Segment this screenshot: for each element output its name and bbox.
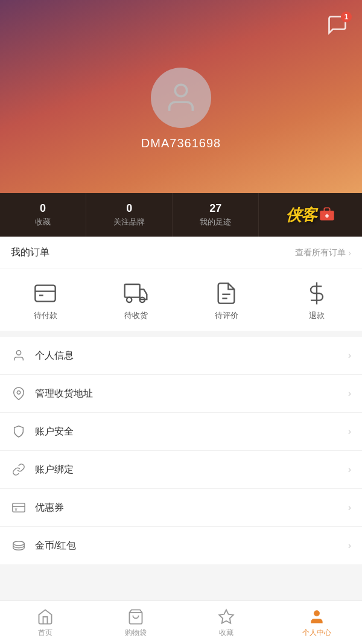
- menu-item-security[interactable]: 账户安全 ›: [0, 413, 362, 451]
- menu-label-address: 管理收货地址: [35, 387, 348, 400]
- svg-point-13: [16, 351, 21, 355]
- stat-brands-label: 关注品牌: [113, 217, 145, 228]
- orders-title: 我的订单: [11, 246, 49, 259]
- svg-point-21: [314, 610, 319, 616]
- svg-rect-7: [125, 284, 140, 298]
- coins-icon: [11, 538, 27, 553]
- svg-point-8: [127, 298, 132, 302]
- order-pending-review[interactable]: 待评价: [181, 281, 272, 321]
- stats-bar: 0 收藏 0 关注品牌 27 我的足迹 侠客: [0, 193, 362, 237]
- promo-image: 侠客: [259, 193, 362, 237]
- order-pending-delivery[interactable]: 待收货: [91, 281, 181, 321]
- coupon-icon: ¥: [11, 500, 27, 515]
- menu-arrow-personal-info: ›: [348, 350, 351, 361]
- menu-label-personal-info: 个人信息: [35, 349, 348, 362]
- menu-label-security: 账户安全: [35, 426, 348, 438]
- order-refund-label: 退款: [309, 310, 325, 321]
- tab-home-label: 首页: [38, 628, 52, 638]
- tab-home[interactable]: 首页: [0, 601, 91, 644]
- promo-banner[interactable]: 侠客: [259, 193, 362, 237]
- menu-label-bind: 账户绑定: [35, 464, 348, 476]
- menu-arrow-coupon: ›: [348, 502, 351, 513]
- stat-footprint-num: 27: [209, 202, 221, 215]
- tab-cart-label: 购物袋: [125, 628, 147, 638]
- stat-favorites-label: 收藏: [35, 217, 51, 228]
- star-icon: [217, 608, 235, 626]
- order-pending-delivery-label: 待收货: [124, 310, 148, 321]
- order-refund[interactable]: 退款: [272, 281, 362, 321]
- tab-bar: 首页 购物袋 收藏 个人中心: [0, 601, 362, 644]
- svg-rect-4: [35, 285, 55, 302]
- message-badge-count: 1: [341, 11, 352, 22]
- shield-icon: [11, 424, 27, 439]
- tab-profile[interactable]: 个人中心: [272, 601, 362, 644]
- menu-item-personal-info[interactable]: 个人信息 ›: [0, 337, 362, 375]
- message-button[interactable]: 1: [325, 12, 350, 37]
- menu-arrow-coins: ›: [348, 540, 351, 551]
- svg-point-0: [175, 84, 186, 96]
- tab-favorites[interactable]: 收藏: [181, 601, 272, 644]
- location-icon: [11, 386, 27, 401]
- order-pending-payment-label: 待付款: [34, 310, 57, 321]
- orders-section: 我的订单 查看所有订单 › 待付款 待收货: [0, 237, 362, 331]
- link-icon: [11, 462, 27, 477]
- order-icons-row: 待付款 待收货 待评价: [0, 269, 362, 331]
- cart-icon: [127, 608, 145, 626]
- menu-list: 个人信息 › 管理收货地址 › 账户安全 › 账户绑定: [0, 337, 362, 564]
- view-all-orders-link[interactable]: 查看所有订单 ›: [295, 247, 351, 258]
- svg-point-14: [17, 391, 21, 394]
- person-icon: [11, 348, 27, 363]
- menu-item-coins[interactable]: 金币/红包 ›: [0, 527, 362, 564]
- stat-favorites-num: 0: [40, 202, 46, 215]
- tab-favorites-label: 收藏: [219, 628, 233, 638]
- menu-item-bind[interactable]: 账户绑定 ›: [0, 451, 362, 489]
- stat-brands-num: 0: [126, 202, 132, 215]
- menu-label-coins: 金币/红包: [35, 540, 348, 552]
- profile-icon: [308, 608, 326, 626]
- stat-favorites[interactable]: 0 收藏: [0, 193, 86, 237]
- orders-header: 我的订单 查看所有订单 ›: [0, 237, 362, 269]
- svg-marker-20: [219, 610, 233, 623]
- order-pending-review-label: 待评价: [215, 310, 238, 321]
- svg-point-18: [13, 541, 24, 546]
- menu-item-address[interactable]: 管理收货地址 ›: [0, 375, 362, 413]
- menu-arrow-bind: ›: [348, 464, 351, 475]
- stat-footprint[interactable]: 27 我的足迹: [173, 193, 259, 237]
- menu-item-coupon[interactable]: ¥ 优惠券 ›: [0, 489, 362, 527]
- username-label: DMA7361698: [141, 136, 221, 150]
- menu-arrow-address: ›: [348, 388, 351, 399]
- stat-footprint-label: 我的足迹: [200, 217, 231, 228]
- chevron-right-icon: ›: [348, 248, 351, 258]
- avatar[interactable]: [151, 68, 211, 128]
- header-area: 1 DMA7361698: [0, 0, 362, 193]
- order-pending-payment[interactable]: 待付款: [0, 281, 91, 321]
- menu-arrow-security: ›: [348, 426, 351, 437]
- home-icon: [36, 608, 54, 626]
- menu-label-coupon: 优惠券: [35, 502, 348, 514]
- stat-brands[interactable]: 0 关注品牌: [86, 193, 173, 237]
- tab-cart[interactable]: 购物袋: [91, 601, 181, 644]
- tab-profile-label: 个人中心: [302, 628, 331, 638]
